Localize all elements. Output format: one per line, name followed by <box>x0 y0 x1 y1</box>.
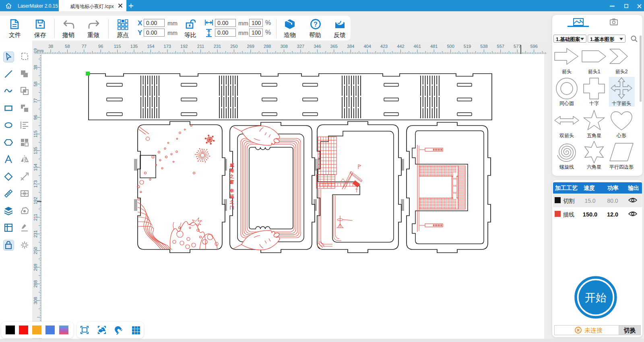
svg-text:404: 404 <box>363 44 371 49</box>
svg-text:之: 之 <box>229 200 234 204</box>
svg-text:423: 423 <box>380 44 388 49</box>
svg-text:231: 231 <box>214 44 221 49</box>
svg-text:192: 192 <box>180 44 188 49</box>
svg-text:538: 538 <box>480 44 487 49</box>
svg-text:596: 596 <box>530 44 537 49</box>
svg-text:77: 77 <box>82 44 87 49</box>
svg-text:384: 384 <box>347 44 354 49</box>
svg-text:346: 346 <box>314 44 321 49</box>
svg-text:365: 365 <box>330 44 338 49</box>
svg-text:154: 154 <box>147 44 154 49</box>
svg-text:308: 308 <box>280 44 287 49</box>
svg-text:38: 38 <box>48 44 53 49</box>
svg-text:461: 461 <box>414 44 421 49</box>
svg-text:mm: mm <box>37 49 44 53</box>
svg-text:250: 250 <box>230 44 237 49</box>
svg-text:442: 442 <box>397 44 404 49</box>
svg-text:之: 之 <box>229 174 234 179</box>
svg-text:500: 500 <box>447 44 454 49</box>
svg-text:福: 福 <box>229 194 234 199</box>
svg-text:557: 557 <box>497 44 504 49</box>
svg-text:门: 门 <box>230 205 234 210</box>
svg-text:19: 19 <box>33 48 38 53</box>
svg-text:开始: 开始 <box>585 292 607 304</box>
svg-text:幸: 幸 <box>229 188 234 193</box>
svg-text:海: 海 <box>229 168 234 173</box>
svg-text:269: 269 <box>247 44 254 49</box>
svg-text:135: 135 <box>130 44 138 49</box>
svg-text:577: 577 <box>514 44 521 49</box>
svg-text:威: 威 <box>229 163 234 167</box>
svg-text:115: 115 <box>114 44 121 49</box>
svg-text:288: 288 <box>264 44 271 49</box>
svg-text:58: 58 <box>65 44 70 49</box>
svg-text:96: 96 <box>98 44 103 49</box>
svg-text:173: 173 <box>164 44 171 49</box>
svg-text:481: 481 <box>430 44 438 49</box>
svg-text:211: 211 <box>197 44 204 49</box>
svg-text:窗: 窗 <box>230 179 234 184</box>
svg-text:519: 519 <box>464 44 471 49</box>
svg-text:327: 327 <box>297 44 304 49</box>
